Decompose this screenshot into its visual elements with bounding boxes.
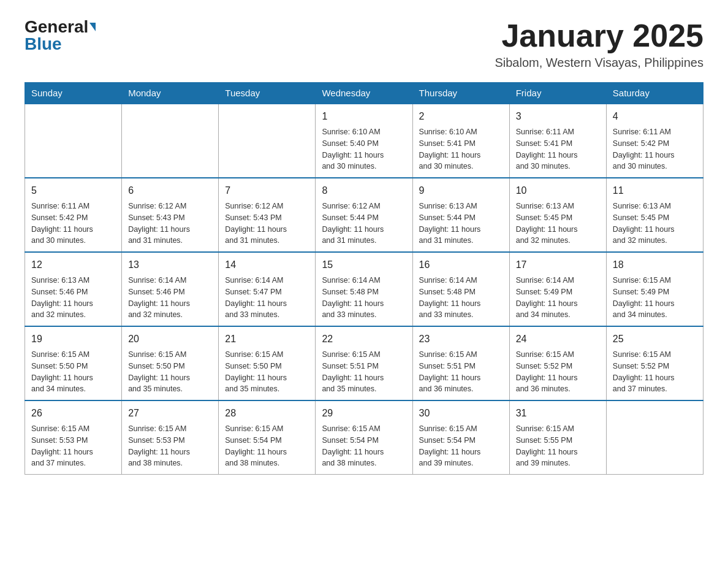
calendar-cell: 27Sunrise: 6:15 AM Sunset: 5:53 PM Dayli… xyxy=(122,400,219,475)
calendar-header-wednesday: Wednesday xyxy=(316,83,412,104)
week-row-5: 26Sunrise: 6:15 AM Sunset: 5:53 PM Dayli… xyxy=(25,400,703,475)
day-number: 17 xyxy=(516,258,600,272)
day-number: 23 xyxy=(419,332,503,347)
calendar-cell: 23Sunrise: 6:15 AM Sunset: 5:51 PM Dayli… xyxy=(412,326,509,400)
day-number: 3 xyxy=(516,109,600,124)
calendar-cell: 29Sunrise: 6:15 AM Sunset: 5:54 PM Dayli… xyxy=(316,400,412,475)
calendar-cell xyxy=(25,104,122,178)
calendar-cell: 14Sunrise: 6:14 AM Sunset: 5:47 PM Dayli… xyxy=(219,252,316,326)
logo-triangle-icon xyxy=(89,23,96,31)
day-info: Sunrise: 6:15 AM Sunset: 5:54 PM Dayligh… xyxy=(419,423,503,469)
day-info: Sunrise: 6:15 AM Sunset: 5:50 PM Dayligh… xyxy=(225,349,309,395)
day-info: Sunrise: 6:15 AM Sunset: 5:54 PM Dayligh… xyxy=(322,423,406,469)
day-info: Sunrise: 6:15 AM Sunset: 5:53 PM Dayligh… xyxy=(31,423,115,469)
calendar-cell: 24Sunrise: 6:15 AM Sunset: 5:52 PM Dayli… xyxy=(509,326,606,400)
day-info: Sunrise: 6:13 AM Sunset: 5:45 PM Dayligh… xyxy=(516,201,600,247)
calendar-cell: 9Sunrise: 6:13 AM Sunset: 5:44 PM Daylig… xyxy=(412,178,509,252)
day-number: 22 xyxy=(322,332,406,347)
calendar-cell: 18Sunrise: 6:15 AM Sunset: 5:49 PM Dayli… xyxy=(606,252,703,326)
week-row-2: 5Sunrise: 6:11 AM Sunset: 5:42 PM Daylig… xyxy=(25,178,703,252)
day-number: 1 xyxy=(322,109,406,124)
day-info: Sunrise: 6:15 AM Sunset: 5:51 PM Dayligh… xyxy=(322,349,406,395)
logo: General Blue xyxy=(25,18,96,53)
day-number: 11 xyxy=(613,183,697,198)
calendar-cell: 13Sunrise: 6:14 AM Sunset: 5:46 PM Dayli… xyxy=(122,252,219,326)
day-info: Sunrise: 6:14 AM Sunset: 5:47 PM Dayligh… xyxy=(225,275,309,321)
day-info: Sunrise: 6:11 AM Sunset: 5:41 PM Dayligh… xyxy=(516,126,600,172)
logo-general-text: General xyxy=(25,18,88,36)
day-number: 27 xyxy=(128,406,212,421)
calendar-header-thursday: Thursday xyxy=(412,83,509,104)
calendar-header-friday: Friday xyxy=(509,83,606,104)
day-number: 12 xyxy=(31,258,115,272)
day-number: 4 xyxy=(613,109,697,124)
day-info: Sunrise: 6:15 AM Sunset: 5:50 PM Dayligh… xyxy=(128,349,212,395)
location-text: Sibalom, Western Visayas, Philippines xyxy=(495,56,703,70)
calendar-cell: 20Sunrise: 6:15 AM Sunset: 5:50 PM Dayli… xyxy=(122,326,219,400)
calendar-cell: 7Sunrise: 6:12 AM Sunset: 5:43 PM Daylig… xyxy=(219,178,316,252)
calendar-cell: 10Sunrise: 6:13 AM Sunset: 5:45 PM Dayli… xyxy=(509,178,606,252)
day-number: 14 xyxy=(225,258,309,272)
calendar-header-saturday: Saturday xyxy=(606,83,703,104)
day-number: 13 xyxy=(128,258,212,272)
day-number: 8 xyxy=(322,183,406,198)
day-info: Sunrise: 6:15 AM Sunset: 5:52 PM Dayligh… xyxy=(613,349,697,395)
day-info: Sunrise: 6:15 AM Sunset: 5:55 PM Dayligh… xyxy=(516,423,600,469)
day-info: Sunrise: 6:13 AM Sunset: 5:45 PM Dayligh… xyxy=(613,201,697,247)
week-row-1: 1Sunrise: 6:10 AM Sunset: 5:40 PM Daylig… xyxy=(25,104,703,178)
day-info: Sunrise: 6:14 AM Sunset: 5:48 PM Dayligh… xyxy=(419,275,503,321)
month-title: January 2025 xyxy=(495,18,703,53)
day-number: 29 xyxy=(322,406,406,421)
day-number: 5 xyxy=(31,183,115,198)
calendar-table: SundayMondayTuesdayWednesdayThursdayFrid… xyxy=(25,82,703,475)
day-info: Sunrise: 6:15 AM Sunset: 5:53 PM Dayligh… xyxy=(128,423,212,469)
day-info: Sunrise: 6:12 AM Sunset: 5:43 PM Dayligh… xyxy=(225,201,309,247)
calendar-cell: 5Sunrise: 6:11 AM Sunset: 5:42 PM Daylig… xyxy=(25,178,122,252)
day-number: 7 xyxy=(225,183,309,198)
day-number: 31 xyxy=(516,406,600,421)
calendar-cell: 11Sunrise: 6:13 AM Sunset: 5:45 PM Dayli… xyxy=(606,178,703,252)
day-info: Sunrise: 6:14 AM Sunset: 5:48 PM Dayligh… xyxy=(322,275,406,321)
calendar-cell: 3Sunrise: 6:11 AM Sunset: 5:41 PM Daylig… xyxy=(509,104,606,178)
day-info: Sunrise: 6:11 AM Sunset: 5:42 PM Dayligh… xyxy=(613,126,697,172)
day-number: 26 xyxy=(31,406,115,421)
day-number: 15 xyxy=(322,258,406,272)
calendar-cell: 31Sunrise: 6:15 AM Sunset: 5:55 PM Dayli… xyxy=(509,400,606,475)
day-number: 25 xyxy=(613,332,697,347)
day-number: 9 xyxy=(419,183,503,198)
day-info: Sunrise: 6:10 AM Sunset: 5:40 PM Dayligh… xyxy=(322,126,406,172)
day-info: Sunrise: 6:13 AM Sunset: 5:46 PM Dayligh… xyxy=(31,275,115,321)
day-info: Sunrise: 6:15 AM Sunset: 5:51 PM Dayligh… xyxy=(419,349,503,395)
title-section: January 2025 Sibalom, Western Visayas, P… xyxy=(495,18,703,70)
day-info: Sunrise: 6:15 AM Sunset: 5:54 PM Dayligh… xyxy=(225,423,309,469)
calendar-cell xyxy=(219,104,316,178)
day-number: 18 xyxy=(613,258,697,272)
calendar-header-monday: Monday xyxy=(122,83,219,104)
day-info: Sunrise: 6:10 AM Sunset: 5:41 PM Dayligh… xyxy=(419,126,503,172)
day-info: Sunrise: 6:14 AM Sunset: 5:49 PM Dayligh… xyxy=(516,275,600,321)
logo-blue-text: Blue xyxy=(25,34,62,53)
day-number: 19 xyxy=(31,332,115,347)
day-number: 16 xyxy=(419,258,503,272)
calendar-cell: 8Sunrise: 6:12 AM Sunset: 5:44 PM Daylig… xyxy=(316,178,412,252)
calendar-cell: 16Sunrise: 6:14 AM Sunset: 5:48 PM Dayli… xyxy=(412,252,509,326)
day-info: Sunrise: 6:15 AM Sunset: 5:50 PM Dayligh… xyxy=(31,349,115,395)
day-info: Sunrise: 6:12 AM Sunset: 5:43 PM Dayligh… xyxy=(128,201,212,247)
day-info: Sunrise: 6:15 AM Sunset: 5:49 PM Dayligh… xyxy=(613,275,697,321)
calendar-cell: 26Sunrise: 6:15 AM Sunset: 5:53 PM Dayli… xyxy=(25,400,122,475)
day-number: 20 xyxy=(128,332,212,347)
day-info: Sunrise: 6:15 AM Sunset: 5:52 PM Dayligh… xyxy=(516,349,600,395)
calendar-cell: 19Sunrise: 6:15 AM Sunset: 5:50 PM Dayli… xyxy=(25,326,122,400)
day-number: 21 xyxy=(225,332,309,347)
day-info: Sunrise: 6:13 AM Sunset: 5:44 PM Dayligh… xyxy=(419,201,503,247)
calendar-cell: 22Sunrise: 6:15 AM Sunset: 5:51 PM Dayli… xyxy=(316,326,412,400)
calendar-cell: 12Sunrise: 6:13 AM Sunset: 5:46 PM Dayli… xyxy=(25,252,122,326)
calendar-header-sunday: Sunday xyxy=(25,83,122,104)
day-number: 30 xyxy=(419,406,503,421)
calendar-cell: 1Sunrise: 6:10 AM Sunset: 5:40 PM Daylig… xyxy=(316,104,412,178)
calendar-cell: 6Sunrise: 6:12 AM Sunset: 5:43 PM Daylig… xyxy=(122,178,219,252)
calendar-cell: 28Sunrise: 6:15 AM Sunset: 5:54 PM Dayli… xyxy=(219,400,316,475)
calendar-cell: 15Sunrise: 6:14 AM Sunset: 5:48 PM Dayli… xyxy=(316,252,412,326)
calendar-header-row: SundayMondayTuesdayWednesdayThursdayFrid… xyxy=(25,83,703,104)
day-number: 28 xyxy=(225,406,309,421)
